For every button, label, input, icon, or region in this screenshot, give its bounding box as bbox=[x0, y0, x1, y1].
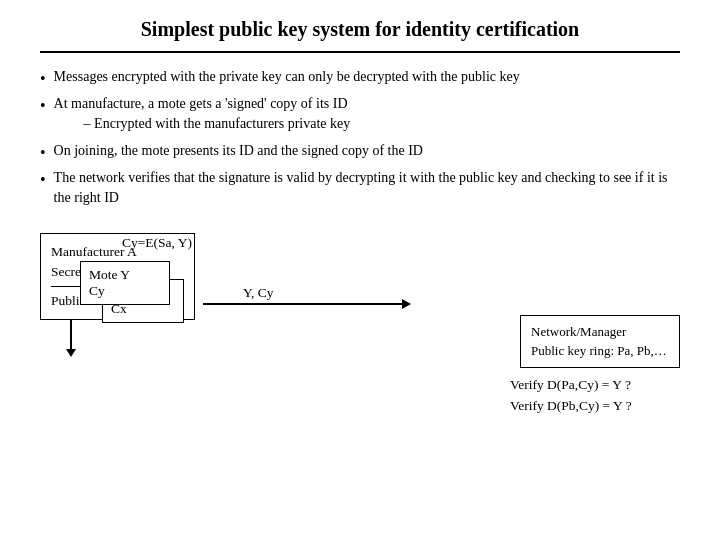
slide-title: Simplest public key system for identity … bbox=[40, 18, 680, 53]
bullet-text-4: The network verifies that the signature … bbox=[54, 168, 680, 209]
bullet-dot-4: • bbox=[40, 170, 46, 189]
verify-line2: Verify D(Pb,Cy) = Y ? bbox=[510, 395, 632, 417]
bullet-dot-1: • bbox=[40, 69, 46, 88]
bullet-text-1: Messages encrypted with the private key … bbox=[54, 67, 520, 87]
slide: Simplest public key system for identity … bbox=[0, 0, 720, 540]
bullet-1: • Messages encrypted with the private ke… bbox=[40, 67, 680, 88]
y-cy-label: Y, Cy bbox=[243, 285, 274, 301]
horizontal-arrow bbox=[203, 303, 403, 305]
bullet-2: • At manufacture, a mote gets a 'signed'… bbox=[40, 94, 680, 135]
vertical-connector bbox=[70, 320, 72, 350]
bullet-text-2: At manufacture, a mote gets a 'signed' c… bbox=[54, 94, 351, 135]
bullet-text-3: On joining, the mote presents its ID and… bbox=[54, 141, 423, 161]
mote-y-line1: Mote Y bbox=[89, 267, 161, 283]
network-box: Network/Manager Public key ring: Pa, Pb,… bbox=[520, 315, 680, 368]
bullet-4: • The network verifies that the signatur… bbox=[40, 168, 680, 209]
bullet-dot-2: • bbox=[40, 96, 46, 115]
bullet-3: • On joining, the mote presents its ID a… bbox=[40, 141, 680, 162]
down-arrow bbox=[66, 349, 76, 357]
network-line2: Public key ring: Pa, Pb,… bbox=[531, 341, 669, 361]
verify-text: Verify D(Pa,Cy) = Y ? Verify D(Pb,Cy) = … bbox=[510, 374, 632, 417]
mote-boxes-container: Mote Y Cy Mote X Cx bbox=[80, 261, 195, 329]
verify-line1: Verify D(Pa,Cy) = Y ? bbox=[510, 374, 632, 396]
network-line1: Network/Manager bbox=[531, 322, 669, 342]
cy-label: Cy=E(Sa, Y) bbox=[122, 235, 540, 251]
bullet-list: • Messages encrypted with the private ke… bbox=[40, 67, 680, 215]
mote-y-box: Mote Y Cy bbox=[80, 261, 170, 305]
sub-bullet-1: Encrypted with the manufacturers private… bbox=[84, 116, 351, 131]
right-section: Network/Manager Public key ring: Pa, Pb,… bbox=[510, 315, 680, 417]
right-arrowhead bbox=[402, 299, 411, 309]
bullet-dot-3: • bbox=[40, 143, 46, 162]
mote-y-line2: Cy bbox=[89, 283, 161, 299]
arrow-section: Y, Cy bbox=[203, 285, 403, 305]
